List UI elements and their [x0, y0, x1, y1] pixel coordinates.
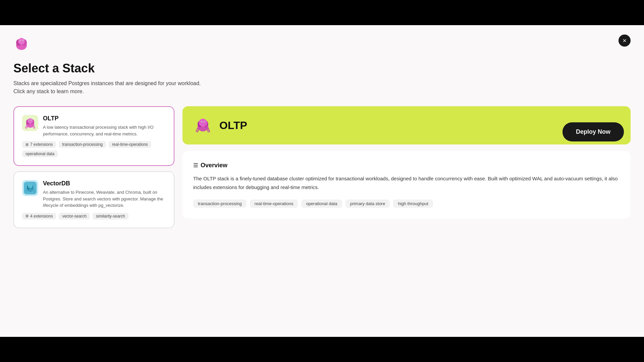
oltp-tag-extensions: ⊞ 7 extensions: [22, 141, 56, 148]
detail-tags: transaction-processing real-time-operati…: [193, 199, 620, 208]
oltp-name: OLTP: [43, 115, 166, 122]
svg-point-14: [29, 120, 30, 121]
oltp-tag-1: transaction-processing: [59, 141, 106, 148]
content-area: OLTP A low latency transactional process…: [13, 106, 631, 228]
oltp-text-block: OLTP A low latency transactional process…: [43, 115, 166, 137]
stack-card-header-vectordb: VectorDB An alternative to Pinecone, Wea…: [22, 180, 166, 209]
detail-header-title: OLTP: [219, 119, 247, 132]
svg-point-15: [31, 120, 32, 121]
oltp-tags: ⊞ 7 extensions transaction-processing re…: [22, 141, 166, 157]
svg-point-3: [18, 38, 25, 45]
oltp-icon: [22, 115, 38, 131]
svg-point-24: [31, 185, 31, 185]
vectordb-text-block: VectorDB An alternative to Pinecone, Wea…: [43, 180, 166, 209]
oltp-desc: A low latency transactional processing s…: [43, 124, 166, 137]
detail-tag-2: operational data: [301, 199, 342, 208]
svg-point-28: [199, 119, 207, 127]
deploy-now-button[interactable]: Deploy Now: [562, 122, 624, 141]
vectordb-tag-extensions: ⊞ 4 extensions: [22, 213, 56, 220]
svg-point-20: [28, 184, 33, 188]
detail-tag-3: primary data store: [345, 199, 390, 208]
svg-point-6: [20, 40, 20, 41]
oltp-tag-3: operational data: [22, 150, 58, 157]
detail-description: The OLTP stack is a finely-tuned databas…: [193, 174, 620, 191]
close-button[interactable]: ×: [619, 35, 631, 47]
detail-header-icon: [193, 116, 213, 135]
vectordb-desc: An alternative to Pinecone, Weaviate, an…: [43, 189, 166, 209]
detail-tag-4: high throughput: [393, 199, 433, 208]
detail-panel: OLTP ☰ Overview The OLTP stack is a fine…: [182, 106, 631, 228]
detail-body: ☰ Overview The OLTP stack is a finely-tu…: [182, 151, 631, 219]
extension-icon: ⊞: [25, 142, 29, 147]
detail-overview-title: ☰ Overview: [193, 162, 620, 169]
svg-point-31: [201, 121, 202, 122]
stack-list: OLTP A low latency transactional process…: [13, 106, 174, 228]
detail-header-banner: OLTP: [182, 106, 631, 144]
vectordb-tags: ⊞ 4 extensions vector-search similarity-…: [22, 213, 166, 220]
app-logo: [13, 36, 30, 52]
stack-card-vectordb[interactable]: VectorDB An alternative to Pinecone, Wea…: [13, 171, 174, 228]
page-title: Select a Stack: [13, 61, 631, 75]
svg-point-7: [22, 40, 23, 41]
svg-point-32: [204, 121, 205, 122]
vectordb-name: VectorDB: [43, 180, 166, 187]
stack-card-oltp[interactable]: OLTP A low latency transactional process…: [13, 106, 174, 166]
extension-icon-2: ⊞: [25, 214, 29, 218]
vectordb-tag-1: vector-search: [59, 213, 90, 220]
detail-tag-1: real-time-operations: [250, 199, 298, 208]
vectordb-tag-2: similarity-search: [93, 213, 128, 220]
oltp-tag-2: real-time-operations: [109, 141, 151, 148]
overview-section-icon: ☰: [193, 162, 198, 169]
vectordb-icon: [22, 180, 38, 196]
svg-point-11: [28, 118, 33, 124]
detail-tag-0: transaction-processing: [193, 199, 247, 208]
stack-card-header-oltp: OLTP A low latency transactional process…: [22, 115, 166, 137]
page-subtitle: Stacks are specialized Postgres instance…: [13, 79, 208, 96]
svg-point-23: [29, 185, 30, 185]
